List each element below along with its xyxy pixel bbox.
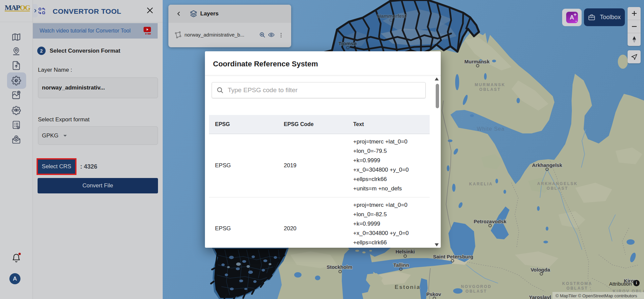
svg-text:Vologda: Vologda: [531, 267, 550, 273]
svg-text:KOSTROMA: KOSTROMA: [562, 281, 592, 286]
svg-text:Petrozavodsk: Petrozavodsk: [474, 219, 506, 224]
svg-text:NOVGOROD: NOVGOROD: [461, 284, 491, 289]
svg-text:Tallinn: Tallinn: [393, 262, 409, 268]
svg-text:MURMANSK: MURMANSK: [475, 82, 505, 87]
svg-text:ARKHANGELSK: ARKHANGELSK: [537, 181, 578, 186]
svg-text:Helsinki: Helsinki: [395, 249, 415, 254]
svg-text:Saint Petersburg: Saint Petersburg: [433, 254, 473, 259]
svg-text:OBLAST: OBLAST: [567, 286, 588, 291]
svg-text:Tromsø: Tromsø: [338, 41, 357, 46]
svg-text:Stockholm: Stockholm: [327, 264, 353, 270]
svg-text:Estonia: Estonia: [395, 284, 421, 290]
svg-text:Pskov: Pskov: [426, 291, 441, 297]
svg-text:Hammerfest: Hammerfest: [377, 13, 407, 19]
svg-text:Yaroslavl: Yaroslavl: [529, 294, 551, 299]
svg-text:OBLAST: OBLAST: [466, 289, 487, 294]
svg-text:OBLAST: OBLAST: [479, 87, 501, 92]
svg-text:Murmansk: Murmansk: [464, 59, 490, 64]
svg-text:Arkhangelsk: Arkhangelsk: [532, 162, 562, 168]
svg-text:White Sea: White Sea: [477, 126, 505, 132]
svg-text:KARELIA: KARELIA: [469, 182, 493, 186]
svg-text:OBLAST: OBLAST: [547, 186, 568, 191]
